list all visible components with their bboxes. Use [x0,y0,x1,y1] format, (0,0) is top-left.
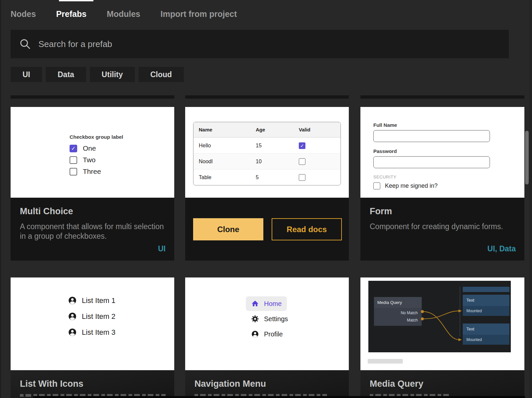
checkbox-unchecked[interactable] [70,168,77,175]
checkbox-option-label: Three [83,168,101,175]
checkbox-option: Two [70,156,123,164]
card-bottom-edge [185,95,349,99]
nav-item-home[interactable]: Home [246,296,287,311]
panel-bottom-divider [33,396,525,398]
read-docs-button[interactable]: Read docs [272,218,342,240]
list-item-label: List Item 2 [82,312,115,321]
column-header: Name [199,127,256,132]
search-input[interactable] [38,39,469,49]
card-footer: List With Icons [11,370,174,398]
table-row: Hello 15 ✓ [193,137,341,153]
filter-chips: UI Data Utility Cloud [11,67,184,82]
checkbox-group: Checkbox group label ✓ One Two Three [70,134,123,179]
checkbox-option: ✓ One [70,144,123,152]
nav-item-label: Settings [264,315,288,323]
tab-import-from-project[interactable]: Import from project [161,9,237,19]
card-description: A component that allows for multi select… [20,222,165,241]
account-circle-icon [251,330,259,338]
vertical-scrollbar-thumb[interactable] [525,131,529,184]
card-title: Media Query [370,379,515,389]
column-header: Age [256,127,299,132]
checkbox-unchecked[interactable] [373,182,380,189]
nav-item-settings[interactable]: Settings [246,312,293,326]
card-tags: UI, Data [487,244,516,253]
checkbox-option: Three [70,168,123,175]
list-item-label: List Item 1 [82,296,115,305]
card-footer: Media Query [360,370,524,398]
checkbox-label: Keep me signed in? [385,182,438,189]
account-circle-icon [68,312,77,321]
list-item: List Item 1 [68,296,115,305]
table-header-row: Name Age Valid [193,122,341,137]
prefab-card-media-query[interactable]: Media Query No Match Match Text Mounted … [360,277,524,398]
card-title: Form [370,206,515,217]
card-description: Component for creating dynamic forms. [370,222,515,231]
password-input[interactable] [373,156,490,168]
checkbox-group-label: Checkbox group label [70,134,123,140]
checkbox-unchecked[interactable] [70,156,77,164]
list-item-label: List Item 3 [82,328,115,337]
card-title: Navigation Menu [194,379,340,389]
cell-age: 10 [256,159,299,165]
prefab-card-navigation-menu[interactable]: Home Setti [185,277,349,398]
checkbox-option-label: Two [83,156,96,164]
field-label: Password [373,148,490,154]
cell-name: Table [199,174,256,180]
multi-choice-preview: Checkbox group label ✓ One Two Three [11,107,174,198]
card-footer: Multi Choice A component that allows for… [11,198,174,261]
list-item: List Item 3 [68,328,115,337]
active-tab-indicator [59,0,93,1]
prefab-card-multi-choice[interactable]: Checkbox group label ✓ One Two Three Mul… [11,107,174,261]
node-graph-screenshot: Media Query No Match Match Text Mounted … [368,281,511,352]
column-header: Valid [299,127,341,132]
cell-age: 15 [256,143,299,149]
tab-bar: Nodes Prefabs Modules Import from projec… [11,9,237,19]
panel-left-border [0,0,1,398]
filter-cloud[interactable]: Cloud [138,67,184,82]
list-item: List Item 2 [68,312,115,321]
home-icon [251,300,259,308]
list-preview: List Item 1 List Item 2 List Item 3 [11,277,174,370]
prefab-card-form[interactable]: Full Name Password SECURITY Keep me sign… [360,107,524,261]
connection-wires [368,281,511,352]
prefab-card-list-with-icons[interactable]: List Item 1 List Item 2 List Item 3 [11,277,174,398]
card-tags: UI [158,244,166,253]
card-footer-hover-actions: Clone Read docs [185,198,349,261]
checkbox-unchecked[interactable] [299,174,305,181]
keep-signed-in-row: Keep me signed in? [373,182,490,189]
prefab-panel: { "header": { "tabs": [ { "label": "Node… [0,0,532,398]
account-circle-icon [68,328,77,337]
tab-prefabs[interactable]: Prefabs [56,9,86,19]
filter-ui[interactable]: UI [11,67,42,82]
preview-form: Full Name Password SECURITY Keep me sign… [373,122,490,189]
card-footer: Form Component for creating dynamic form… [360,198,524,261]
nav-item-label: Profile [264,330,283,338]
table-row: Noodl 10 [193,153,341,169]
prefab-card-table[interactable]: Name Age Valid Hello 15 ✓ Noodl 10 Table… [185,107,349,261]
tab-modules[interactable]: Modules [107,9,140,19]
search-bar[interactable] [11,30,509,58]
filter-data[interactable]: Data [46,67,86,82]
table-row: Table 5 [193,169,341,185]
checkbox-unchecked[interactable] [299,158,305,165]
filter-utility[interactable]: Utility [90,67,135,82]
card-bottom-edge [11,95,174,99]
checkbox-checked[interactable]: ✓ [299,142,305,149]
search-icon [19,38,31,50]
checkbox-checked[interactable]: ✓ [70,145,77,152]
clone-button[interactable]: Clone [193,218,263,240]
form-preview: Full Name Password SECURITY Keep me sign… [360,107,524,198]
nav-preview: Home Setti [185,277,349,370]
preview-table: Name Age Valid Hello 15 ✓ Noodl 10 Table… [193,122,341,185]
tab-nodes[interactable]: Nodes [11,9,36,19]
media-query-preview: Media Query No Match Match Text Mounted … [360,277,524,370]
field-label: Full Name [373,122,490,128]
card-title: Multi Choice [20,206,165,217]
cell-age: 5 [256,174,299,180]
card-title: List With Icons [20,379,165,389]
full-name-input[interactable] [373,130,490,142]
nav-item-profile[interactable]: Profile [246,327,288,341]
checkbox-option-label: One [83,144,96,152]
gear-icon [251,315,259,323]
section-label: SECURITY [373,174,490,179]
